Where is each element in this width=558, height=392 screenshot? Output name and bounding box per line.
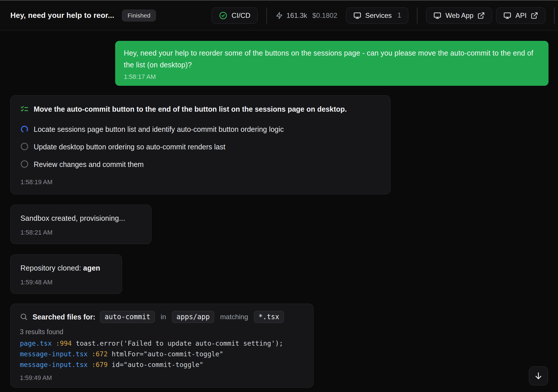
circle-check-icon — [219, 11, 227, 20]
cicd-button[interactable]: CI/CD — [212, 7, 257, 24]
search-matching-label: matching — [220, 313, 248, 321]
search-icon — [20, 313, 28, 321]
repo-timestamp: 1:59:48 AM — [20, 279, 112, 286]
web-app-label: Web App — [445, 12, 473, 20]
result-line-number: :994 — [56, 340, 72, 347]
task-card: Move the auto-commit button to the end o… — [10, 95, 390, 194]
repo-message: Repository cloned: agen — [20, 264, 112, 272]
search-summary: Searched files for: auto-commit in apps/… — [20, 311, 305, 323]
header-divider — [417, 7, 417, 24]
result-line-number: :672 — [92, 350, 107, 358]
cicd-label: CI/CD — [231, 12, 250, 20]
services-button[interactable]: Services 1 — [346, 7, 409, 24]
repo-card: Repository cloned: agen 1:59:48 AM — [10, 254, 122, 294]
header-divider — [266, 7, 267, 24]
status-badge: Finished — [122, 9, 156, 22]
api-button[interactable]: API — [496, 7, 545, 24]
monitor-icon — [503, 12, 511, 20]
session-title: Hey, need your help to reor... — [10, 11, 114, 20]
user-message: Hey, need your help to reorder some of t… — [115, 41, 548, 86]
session-header: Hey, need your help to reor... Finished … — [0, 1, 558, 31]
search-result-row: message-input.tsx:679id="auto-commit-tog… — [20, 359, 305, 370]
search-timestamp: 1:59:49 AM — [20, 374, 305, 382]
header-divider — [554, 7, 555, 24]
circle-icon — [21, 143, 28, 150]
sandbox-message: Sandbox created, provisioning... — [20, 214, 141, 222]
result-code: id="auto-commit-toggle" — [112, 361, 204, 368]
search-path-chip: apps/app — [172, 311, 215, 323]
sandbox-card: Sandbox created, provisioning... 1:58:21… — [10, 205, 151, 244]
task-item-label: Locate sessions page button list and ide… — [34, 125, 284, 134]
lightning-icon — [276, 12, 283, 19]
scroll-to-bottom-button[interactable] — [529, 366, 548, 385]
task-item-pending: Update desktop button ordering so auto-c… — [20, 142, 380, 151]
search-lead: Searched files for: — [33, 313, 95, 321]
chat-transcript: Hey, need your help to reorder some of t… — [0, 41, 558, 388]
result-file: message-input.tsx — [20, 361, 88, 368]
monitor-icon — [433, 12, 441, 20]
search-pattern-chip: *.tsx — [254, 311, 284, 323]
repo-name: agen — [83, 264, 100, 272]
result-code: htmlFor="auto-commit-toggle" — [112, 350, 223, 358]
external-link-icon — [531, 12, 538, 19]
checklist-icon — [20, 105, 29, 113]
result-file: message-input.tsx — [20, 350, 88, 358]
token-count: 161.3k — [286, 12, 307, 20]
user-message-timestamp: 1:58:17 AM — [124, 73, 540, 81]
web-app-button[interactable]: Web App — [426, 7, 492, 24]
usage-meter: 161.3k $0.1802 — [276, 12, 337, 20]
repo-message-prefix: Repository cloned: — [20, 264, 83, 272]
task-title: Move the auto-commit button to the end o… — [34, 105, 347, 113]
search-card: Searched files for: auto-commit in apps/… — [10, 304, 314, 388]
search-results: 3 results found page.tsx:994toast.error(… — [20, 328, 305, 370]
usage-cost: $0.1802 — [312, 12, 337, 20]
services-label: Services — [365, 12, 392, 20]
task-item-label: Update desktop button ordering so auto-c… — [34, 142, 225, 151]
search-in-label: in — [161, 313, 166, 321]
user-message-text: Hey, need your help to reorder some of t… — [124, 47, 540, 71]
external-link-icon — [477, 12, 485, 19]
sandbox-timestamp: 1:58:21 AM — [20, 229, 141, 236]
results-count: 3 results found — [20, 328, 305, 336]
search-result-row: message-input.tsx:672htmlFor="auto-commi… — [20, 349, 305, 359]
result-file: page.tsx — [20, 340, 52, 347]
search-result-row: page.tsx:994toast.error('Failed to updat… — [20, 338, 305, 349]
monitor-icon — [353, 12, 361, 20]
result-code: toast.error('Failed to update auto-commi… — [76, 340, 283, 347]
spinner-icon — [20, 125, 29, 133]
search-query-chip: auto-commit — [100, 311, 155, 323]
result-line-number: :679 — [92, 361, 107, 368]
task-item-in-progress: Locate sessions page button list and ide… — [20, 125, 380, 134]
task-card-timestamp: 1:58:19 AM — [20, 178, 380, 186]
services-count: 1 — [398, 12, 401, 19]
header-actions: CI/CD 161.3k $0.1802 Services 1 — [212, 7, 558, 24]
arrow-down-icon — [534, 371, 543, 381]
api-label: API — [515, 12, 527, 20]
task-item-pending: Review changes and commit them — [20, 160, 380, 169]
task-item-label: Review changes and commit them — [34, 160, 144, 169]
circle-icon — [21, 160, 28, 168]
